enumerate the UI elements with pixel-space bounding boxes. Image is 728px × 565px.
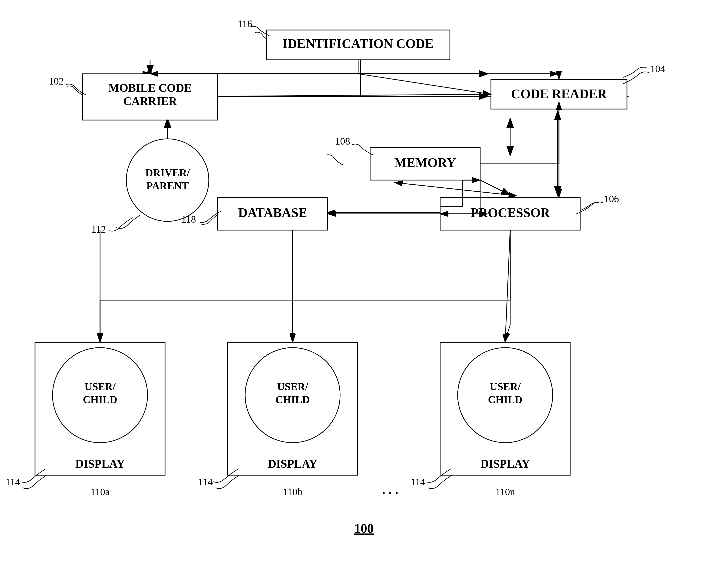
svg-text:100: 100 — [354, 521, 374, 535]
svg-text:108: 108 — [335, 136, 350, 147]
svg-text:110n: 110n — [495, 486, 515, 497]
svg-text:CARRIER: CARRIER — [123, 95, 177, 108]
svg-text:DRIVER/: DRIVER/ — [145, 167, 190, 179]
main-diagram-svg: IDENTIFICATION CODE MOBILE CODE CARRIER … — [0, 0, 728, 565]
svg-text:USER/: USER/ — [85, 381, 116, 392]
svg-text:IDENTIFICATION CODE: IDENTIFICATION CODE — [283, 37, 434, 51]
svg-text:114: 114 — [411, 476, 425, 487]
svg-text:DISPLAY: DISPLAY — [75, 457, 125, 470]
svg-text:. . .: . . . — [382, 482, 398, 497]
svg-text:CHILD: CHILD — [83, 394, 117, 405]
svg-text:CHILD: CHILD — [488, 394, 522, 405]
svg-text:118: 118 — [181, 214, 196, 225]
svg-text:DISPLAY: DISPLAY — [480, 457, 530, 470]
svg-text:PROCESSOR: PROCESSOR — [470, 206, 550, 220]
svg-text:DISPLAY: DISPLAY — [268, 457, 317, 470]
svg-text:MOBILE CODE: MOBILE CODE — [108, 82, 192, 94]
svg-text:USER/: USER/ — [277, 381, 308, 392]
svg-text:104: 104 — [650, 63, 665, 74]
svg-text:CHILD: CHILD — [275, 394, 310, 405]
svg-text:106: 106 — [604, 193, 619, 204]
svg-text:USER/: USER/ — [490, 381, 521, 392]
svg-text:DATABASE: DATABASE — [238, 206, 307, 220]
svg-text:116: 116 — [238, 18, 252, 29]
svg-text:114: 114 — [6, 476, 20, 487]
svg-text:112: 112 — [91, 224, 106, 235]
svg-text:MEMORY: MEMORY — [394, 156, 456, 170]
svg-text:110a: 110a — [91, 486, 110, 497]
diagram: IDENTIFICATION CODE MOBILE CODE CARRIER … — [0, 0, 728, 565]
svg-line-66 — [218, 94, 491, 96]
svg-text:102: 102 — [49, 76, 64, 87]
svg-text:PARENT: PARENT — [146, 180, 189, 192]
svg-text:CODE READER: CODE READER — [511, 87, 607, 101]
svg-line-71 — [505, 230, 510, 343]
svg-text:110b: 110b — [283, 486, 303, 497]
svg-text:114: 114 — [198, 476, 213, 487]
